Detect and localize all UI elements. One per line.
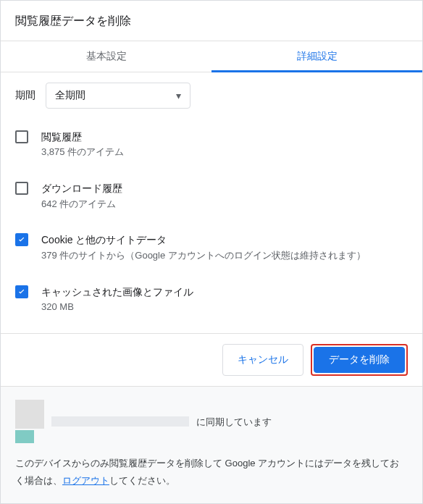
- item-text: Cookie と他のサイトデータ 379 件のサイトから（Google アカウン…: [41, 232, 415, 263]
- clear-data-button[interactable]: データを削除: [314, 347, 405, 373]
- item-text: ダウンロード履歴 642 件のアイテム: [41, 180, 415, 211]
- avatar-block: [15, 400, 44, 443]
- clear-browsing-data-dialog: 閲覧履歴データを削除 基本設定 詳細設定 期間 全期間 ▾ 閲覧履歴 3,875…: [0, 0, 423, 504]
- redacted-email: [51, 416, 189, 427]
- item-desc: 3,875 件のアイテム: [41, 145, 408, 160]
- item-title: 閲覧履歴: [41, 129, 408, 145]
- highlight-box: データを削除: [311, 344, 408, 376]
- item-cookies: Cookie と他のサイトデータ 379 件のサイトから（Google アカウン…: [15, 224, 415, 276]
- item-browsing-history: 閲覧履歴 3,875 件のアイテム: [15, 122, 415, 173]
- item-cached-images: キャッシュされた画像とファイル 320 MB: [15, 277, 415, 328]
- tabs: 基本設定 詳細設定: [1, 41, 422, 72]
- avatar-swatch: [15, 430, 34, 443]
- item-title: キャッシュされた画像とファイル: [41, 284, 408, 300]
- check-icon: [17, 235, 27, 245]
- checkbox-cookies[interactable]: [15, 233, 28, 246]
- cancel-button[interactable]: キャンセル: [222, 344, 303, 376]
- item-title: Cookie と他のサイトデータ: [41, 232, 408, 248]
- time-range-label: 期間: [15, 89, 35, 102]
- dialog-title: 閲覧履歴データを削除: [1, 1, 422, 41]
- item-passwords: パスワードとその他のログインデータ partitionwizard.jp、min…: [15, 328, 415, 333]
- tab-basic-label: 基本設定: [86, 50, 127, 62]
- item-desc: 320 MB: [41, 300, 408, 315]
- item-desc: 642 件のアイテム: [41, 197, 408, 212]
- item-title: ダウンロード履歴: [41, 180, 408, 196]
- tab-basic[interactable]: 基本設定: [1, 41, 212, 72]
- footer-message: このデバイスからのみ閲覧履歴データを削除して Google アカウントにはデータ…: [15, 455, 408, 489]
- sync-footer: に同期しています このデバイスからのみ閲覧履歴データを削除して Google ア…: [1, 386, 422, 503]
- time-range-row: 期間 全期間 ▾: [15, 72, 415, 122]
- checkbox-cached-images[interactable]: [15, 285, 28, 298]
- sync-text: に同期しています: [196, 413, 272, 430]
- checkbox-browsing-history[interactable]: [15, 130, 28, 143]
- avatar: [15, 400, 44, 429]
- check-icon: [17, 287, 27, 297]
- logout-link[interactable]: ログアウト: [62, 475, 109, 486]
- checkbox-download-history[interactable]: [15, 182, 28, 195]
- profile-row: に同期しています: [15, 400, 408, 443]
- footer-text-after: してください。: [109, 475, 175, 486]
- item-text: 閲覧履歴 3,875 件のアイテム: [41, 129, 415, 160]
- tab-advanced-label: 詳細設定: [297, 50, 338, 62]
- item-text: キャッシュされた画像とファイル 320 MB: [41, 284, 415, 315]
- tab-advanced[interactable]: 詳細設定: [212, 41, 422, 72]
- caret-down-icon: ▾: [176, 90, 181, 101]
- scroll-area[interactable]: 期間 全期間 ▾ 閲覧履歴 3,875 件のアイテム ダウンロード履歴 642 …: [1, 72, 422, 333]
- item-desc: 379 件のサイトから（Google アカウントへのログイン状態は維持されます）: [41, 248, 408, 264]
- time-range-value: 全期間: [55, 89, 85, 102]
- time-range-select[interactable]: 全期間 ▾: [46, 83, 190, 109]
- item-download-history: ダウンロード履歴 642 件のアイテム: [15, 173, 415, 224]
- action-bar: キャンセル データを削除: [1, 333, 422, 386]
